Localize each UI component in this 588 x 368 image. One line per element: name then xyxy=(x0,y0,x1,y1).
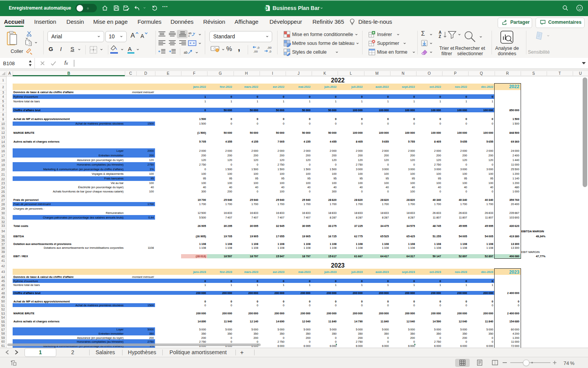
svg-text:X: X xyxy=(265,7,267,10)
svg-text:,00: ,00 xyxy=(253,50,258,53)
svg-text:,0: ,0 xyxy=(269,50,271,53)
svg-text:ab: ab xyxy=(184,51,188,54)
svg-text:,0: ,0 xyxy=(257,46,260,49)
svg-text:c: c xyxy=(188,34,190,37)
svg-text:,00: ,00 xyxy=(267,46,272,49)
